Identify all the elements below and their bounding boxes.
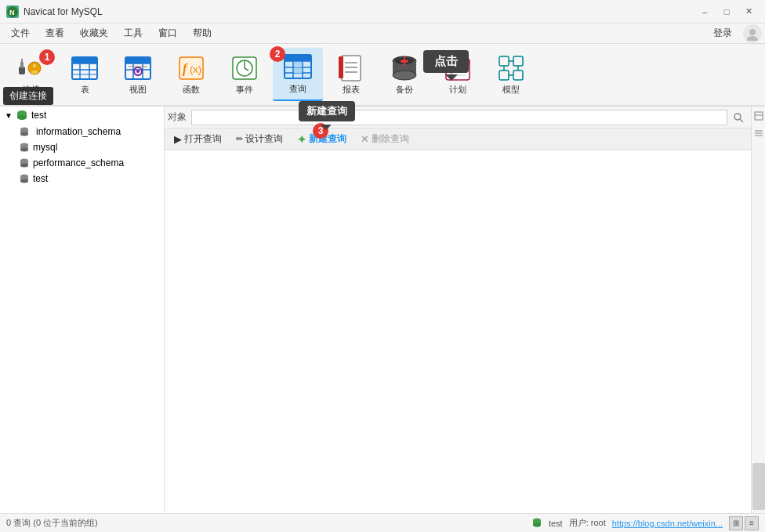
toolbar: 1 连接 创建连接 表 [0, 44, 765, 107]
search-input[interactable] [191, 110, 727, 125]
titlebar: N Navicat for MySQL – □ ✕ [0, 0, 765, 24]
report-label: 报表 [343, 84, 360, 96]
list-view-button[interactable]: ≡ [745, 516, 759, 530]
view-icon [124, 54, 152, 82]
menu-file[interactable]: 文件 [3, 25, 38, 42]
model-label: 模型 [502, 84, 520, 96]
search-button[interactable] [729, 108, 748, 127]
statusbar: 0 查询 (0 位于当前的组) test 用户: root https://bl… [0, 513, 765, 532]
design-query-button[interactable]: ✏ 设计查询 [230, 131, 289, 147]
step1-badge: 1 [39, 49, 55, 65]
callout-arrow [321, 125, 332, 136]
menu-tools[interactable]: 工具 [116, 25, 150, 42]
svg-point-9 [31, 70, 38, 74]
svg-point-3 [747, 36, 758, 41]
schema-mysql-label: mysql [33, 142, 57, 153]
expand-icon: ▼ [3, 110, 14, 121]
click-callout: 点击 [423, 50, 469, 73]
delete-query-button[interactable]: ✕ 删除查询 [354, 131, 415, 147]
tree-mysql[interactable]: mysql [0, 139, 164, 155]
open-query-label: 打开查询 [184, 132, 222, 146]
login-button[interactable]: 登录 [709, 25, 737, 42]
svg-point-85 [20, 179, 28, 183]
toolbar-query[interactable]: 2 查询 [273, 48, 323, 101]
menu-view[interactable]: 查看 [38, 25, 72, 42]
status-user: 用户: root [569, 517, 606, 529]
minimize-button[interactable]: – [694, 4, 715, 20]
svg-rect-64 [513, 56, 523, 66]
schema-mysql-icon [19, 142, 30, 153]
toolbar-model[interactable]: 模型 [486, 48, 536, 101]
close-button[interactable]: ✕ [738, 4, 759, 20]
design-query-icon: ✏ [236, 134, 243, 144]
svg-point-95 [533, 523, 541, 527]
window-title: Navicat for MySQL [24, 6, 694, 17]
table-icon [71, 54, 99, 82]
maximize-button[interactable]: □ [716, 4, 737, 20]
object-label: 对象 [168, 110, 187, 124]
menu-favorites[interactable]: 收藏夹 [72, 25, 116, 42]
new-query-button[interactable]: ✦ 新建查询 3 新建查询 [291, 131, 353, 147]
view-label: 视图 [129, 84, 147, 96]
app-icon: N [6, 5, 19, 18]
statusbar-right: test 用户: root https://blog.csdn.net/weix… [531, 516, 759, 530]
new-query-icon: ✦ [297, 133, 306, 146]
user-avatar [743, 24, 762, 43]
query-count: 0 查询 (0 位于当前的组) [6, 517, 98, 529]
svg-rect-66 [513, 71, 523, 80]
table-label: 表 [81, 84, 89, 96]
toolbar-report[interactable]: 报表 [326, 48, 376, 101]
right-panel [751, 107, 765, 513]
toolbar-table[interactable]: 表 [60, 48, 110, 101]
svg-rect-16 [72, 57, 97, 63]
svg-text:(x): (x) [190, 63, 201, 75]
svg-point-73 [17, 115, 27, 120]
model-icon [497, 54, 525, 82]
menu-window[interactable]: 窗口 [150, 25, 185, 42]
svg-point-86 [734, 114, 741, 120]
svg-point-2 [749, 29, 756, 35]
scrollbar-thumb[interactable] [752, 463, 765, 510]
panel-icon-1[interactable] [752, 110, 765, 124]
svg-point-49 [393, 71, 416, 80]
root-label: test [31, 110, 46, 121]
svg-line-87 [740, 119, 743, 122]
connection-label: 连接 [23, 84, 40, 96]
design-query-label: 设计查询 [245, 132, 283, 146]
grid-view-button[interactable]: ⊞ [729, 516, 743, 530]
main-area: ▼ test information_schema [0, 107, 765, 513]
tree-information-schema[interactable]: information_schema [0, 124, 164, 139]
db-icon [16, 109, 28, 121]
schema-information-schema-label: information_schema [36, 126, 121, 137]
panel-icon-2[interactable] [752, 127, 765, 141]
toolbar-connection[interactable]: 1 连接 创建连接 [6, 48, 56, 101]
svg-rect-39 [285, 55, 311, 61]
schema-icon [19, 126, 30, 137]
open-query-button[interactable]: ▶ 打开查询 [168, 131, 228, 147]
svg-text:N: N [9, 9, 15, 16]
toolbar-event[interactable]: 事件 [219, 48, 270, 101]
svg-rect-63 [499, 56, 509, 66]
content-area: 对象 ▶ 打开查询 ✏ 设计查询 ✦ 新建查询 3 [165, 107, 751, 513]
delete-query-label: 删除查询 [372, 132, 409, 146]
tree-test[interactable]: test [0, 171, 164, 186]
schema-performance-label: performance_schema [33, 157, 124, 168]
tree-root[interactable]: ▼ test [0, 107, 164, 124]
status-db-icon [531, 517, 542, 530]
backup-label: 备份 [396, 84, 413, 96]
svg-rect-42 [342, 56, 361, 81]
content-body [165, 150, 751, 513]
status-url: https://blog.csdn.net/weixin... [612, 519, 723, 528]
svg-rect-40 [294, 62, 302, 67]
svg-point-79 [20, 148, 28, 152]
svg-rect-6 [21, 59, 23, 63]
schema-test-icon [19, 173, 30, 184]
svg-rect-46 [339, 56, 343, 78]
tree-performance-schema[interactable]: performance_schema [0, 155, 164, 171]
toolbar-view[interactable]: 视图 [113, 48, 163, 101]
menu-help[interactable]: 帮助 [185, 25, 219, 42]
toolbar-backup[interactable]: 备份 [379, 48, 430, 101]
new-query-callout: 新建查询 [299, 101, 355, 121]
toolbar-function[interactable]: f (x) 函数 [166, 48, 216, 101]
sidebar: ▼ test information_schema [0, 107, 165, 513]
